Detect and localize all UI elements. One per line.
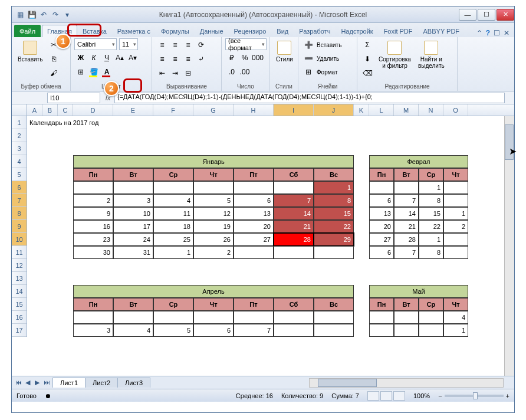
cell[interactable]	[27, 246, 73, 259]
font-name-combo[interactable]: Calibri	[74, 38, 117, 50]
col-header-G[interactable]: G	[193, 104, 234, 116]
col-header-D[interactable]: D	[73, 104, 113, 116]
day-header[interactable]: Сб	[274, 298, 314, 311]
scrollbar-thumb[interactable]	[318, 379, 377, 387]
day-header[interactable]: Вт	[394, 168, 419, 181]
zoom-in-button[interactable]: +	[506, 392, 509, 399]
font-size-combo[interactable]: 11	[119, 38, 138, 50]
cells-format-label[interactable]: Формат	[317, 69, 338, 76]
underline-button[interactable]: Ч	[100, 51, 113, 64]
calendar-cell[interactable]	[274, 181, 314, 194]
percent-icon[interactable]: %	[238, 51, 251, 64]
tab-foxit[interactable]: Foxit PDF	[379, 25, 418, 37]
cell[interactable]	[27, 324, 73, 337]
cell[interactable]	[27, 194, 73, 207]
calendar-cell[interactable]	[443, 181, 468, 194]
calendar-cell[interactable]: 19	[193, 220, 234, 233]
calendar-cell[interactable]: 1	[153, 246, 193, 259]
col-header-C[interactable]: C	[58, 104, 73, 116]
calendar-cell[interactable]	[234, 311, 274, 324]
align-bot-icon[interactable]: ≡	[182, 38, 195, 51]
day-header[interactable]: Сб	[274, 168, 314, 181]
row-header-16[interactable]: 16	[12, 311, 27, 324]
indent-dec-icon[interactable]: ⇤	[156, 67, 169, 80]
calendar-cell[interactable]: 17	[113, 220, 153, 233]
calendar-cell[interactable]	[113, 311, 153, 324]
wrap-text-icon[interactable]: ⤶	[195, 52, 208, 65]
calendar-cell[interactable]	[443, 194, 468, 207]
sheet-nav-prev-icon[interactable]: ◀	[24, 379, 32, 386]
currency-icon[interactable]: ₽	[225, 51, 238, 64]
calendar-cell[interactable]: 6	[234, 194, 274, 207]
italic-button[interactable]: К	[87, 51, 100, 64]
tab-insert[interactable]: Вставка	[77, 25, 112, 37]
minimize-button[interactable]: —	[459, 9, 476, 21]
row-header-14[interactable]: 14	[12, 285, 27, 298]
bold-button[interactable]: Ж	[74, 51, 87, 64]
calendar-cell[interactable]: 21	[394, 220, 419, 233]
row-header-2[interactable]: 2	[12, 129, 27, 142]
day-header[interactable]: Пн	[73, 168, 113, 181]
calendar-cell[interactable]	[314, 246, 354, 259]
select-all-corner[interactable]	[12, 104, 27, 116]
calendar-cell[interactable]: 8	[419, 194, 443, 207]
cells-delete-icon[interactable]: ➖	[302, 52, 315, 65]
calendar-cell[interactable]: 1	[419, 233, 443, 246]
day-header[interactable]: Пн	[369, 168, 394, 181]
cell[interactable]	[354, 207, 369, 220]
cell[interactable]	[27, 311, 73, 324]
col-header-B[interactable]: B	[42, 104, 58, 116]
calendar-cell[interactable]: 2	[443, 220, 468, 233]
cell[interactable]	[27, 207, 73, 220]
calendar-cell[interactable]: 9	[73, 207, 113, 220]
minimize-ribbon-icon[interactable]: ⌃	[476, 29, 482, 37]
cell[interactable]	[354, 194, 369, 207]
calendar-cell[interactable]: 13	[234, 207, 274, 220]
col-header-N[interactable]: N	[419, 104, 443, 116]
calendar-cell[interactable]: 3	[73, 324, 113, 337]
calendar-cell[interactable]: 6	[369, 246, 394, 259]
view-layout-button[interactable]	[380, 391, 392, 401]
col-header-F[interactable]: F	[153, 104, 193, 116]
shrink-font-icon[interactable]: A▾	[126, 51, 139, 64]
calendar-cell[interactable]	[274, 311, 314, 324]
month-april[interactable]: Апрель	[73, 285, 354, 298]
cell[interactable]	[27, 129, 505, 142]
sheet-tab-3[interactable]: Лист3	[117, 378, 150, 388]
cells-delete-label[interactable]: Удалить	[317, 55, 339, 62]
zoom-out-button[interactable]: −	[438, 392, 442, 399]
cell[interactable]	[354, 285, 369, 298]
cell[interactable]	[27, 155, 73, 168]
align-mid-icon[interactable]: ≡	[169, 38, 182, 51]
calendar-cell[interactable]	[314, 311, 354, 324]
calendar-cell[interactable]: 15	[419, 207, 443, 220]
calendar-cell[interactable]	[234, 181, 274, 194]
calendar-cell[interactable]: 3	[113, 194, 153, 207]
calendar-cell[interactable]: 30	[73, 246, 113, 259]
col-header-J[interactable]: J	[314, 104, 354, 116]
cell[interactable]	[354, 155, 369, 168]
horizontal-scrollbar[interactable]	[309, 378, 504, 388]
worksheet-grid[interactable]: ABCDEFGHIJKLMNO 123456789101112131415161…	[12, 104, 514, 376]
align-center-icon[interactable]: ≡	[169, 52, 182, 65]
qat-more-icon[interactable]: ▾	[63, 10, 72, 19]
row-header-17[interactable]: 17	[12, 324, 27, 337]
cell[interactable]	[354, 168, 369, 181]
paste-button[interactable]: Вставить	[15, 38, 45, 65]
merge-icon[interactable]: ⊟	[182, 67, 195, 80]
calendar-cell[interactable]: 23	[73, 233, 113, 246]
calendar-cell[interactable]	[234, 246, 274, 259]
month-may[interactable]: Май	[369, 285, 468, 298]
tab-developer[interactable]: Разработч	[294, 25, 336, 37]
calendar-cell[interactable]: 15	[314, 207, 354, 220]
calendar-cell[interactable]	[113, 181, 153, 194]
calendar-cell[interactable]: 16	[73, 220, 113, 233]
day-header[interactable]: Вс	[314, 298, 354, 311]
day-header[interactable]: Ср	[153, 298, 193, 311]
tab-formulas[interactable]: Формулы	[156, 25, 195, 37]
save-icon[interactable]: 💾	[27, 10, 37, 19]
calendar-cell[interactable]: 1	[443, 207, 468, 220]
row-header-4[interactable]: 4	[12, 155, 27, 168]
tab-data[interactable]: Данные	[195, 25, 229, 37]
calendar-cell[interactable]: 4	[113, 324, 153, 337]
